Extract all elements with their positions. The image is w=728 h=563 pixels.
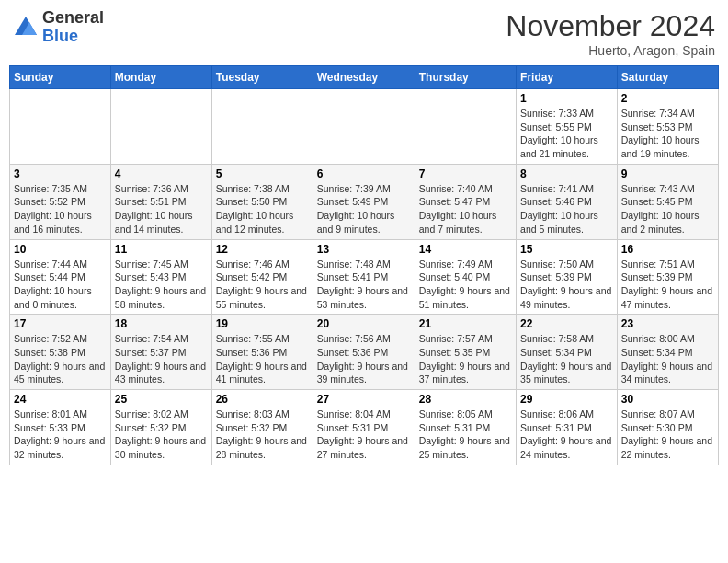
calendar-cell: 19Sunrise: 7:55 AMSunset: 5:36 PMDayligh… xyxy=(211,315,313,390)
day-info: Sunrise: 8:05 AMSunset: 5:31 PMDaylight:… xyxy=(419,408,512,462)
calendar-cell: 30Sunrise: 8:07 AMSunset: 5:30 PMDayligh… xyxy=(617,390,718,465)
day-header-friday: Friday xyxy=(517,66,618,89)
day-info: Sunrise: 7:48 AMSunset: 5:41 PMDaylight:… xyxy=(317,258,411,312)
day-info: Sunrise: 8:03 AMSunset: 5:32 PMDaylight:… xyxy=(216,408,309,462)
day-number: 22 xyxy=(520,317,613,330)
calendar-cell: 20Sunrise: 7:56 AMSunset: 5:36 PMDayligh… xyxy=(313,315,415,390)
calendar-cell: 26Sunrise: 8:03 AMSunset: 5:32 PMDayligh… xyxy=(211,390,313,465)
day-info: Sunrise: 8:04 AMSunset: 5:31 PMDaylight:… xyxy=(317,408,411,462)
day-info: Sunrise: 7:52 AMSunset: 5:38 PMDaylight:… xyxy=(14,332,107,386)
day-info: Sunrise: 8:07 AMSunset: 5:30 PMDaylight:… xyxy=(621,408,714,462)
day-number: 4 xyxy=(115,167,208,180)
calendar-cell: 4Sunrise: 7:36 AMSunset: 5:51 PMDaylight… xyxy=(110,164,211,239)
logo-blue: Blue xyxy=(42,28,104,46)
calendar-cell: 10Sunrise: 7:44 AMSunset: 5:44 PMDayligh… xyxy=(10,239,111,315)
day-info: Sunrise: 7:39 AMSunset: 5:49 PMDaylight:… xyxy=(317,182,411,236)
calendar-cell: 13Sunrise: 7:48 AMSunset: 5:41 PMDayligh… xyxy=(313,239,415,315)
calendar-cell: 9Sunrise: 7:43 AMSunset: 5:45 PMDaylight… xyxy=(617,164,718,239)
calendar-cell xyxy=(211,89,313,165)
day-number: 17 xyxy=(14,317,107,330)
day-info: Sunrise: 7:35 AMSunset: 5:52 PMDaylight:… xyxy=(14,182,107,236)
logo-icon xyxy=(13,15,39,40)
calendar-cell: 14Sunrise: 7:49 AMSunset: 5:40 PMDayligh… xyxy=(415,239,516,315)
day-number: 9 xyxy=(621,167,714,180)
day-number: 2 xyxy=(621,92,714,105)
week-row-3: 17Sunrise: 7:52 AMSunset: 5:38 PMDayligh… xyxy=(10,315,719,390)
week-row-1: 3Sunrise: 7:35 AMSunset: 5:52 PMDaylight… xyxy=(10,164,719,239)
calendar-header: SundayMondayTuesdayWednesdayThursdayFrid… xyxy=(10,66,719,89)
week-row-2: 10Sunrise: 7:44 AMSunset: 5:44 PMDayligh… xyxy=(10,239,719,315)
day-header-tuesday: Tuesday xyxy=(211,66,313,89)
day-number: 3 xyxy=(14,167,107,180)
day-number: 20 xyxy=(317,317,411,330)
calendar-cell: 8Sunrise: 7:41 AMSunset: 5:46 PMDaylight… xyxy=(517,164,618,239)
day-number: 26 xyxy=(216,393,309,406)
day-number: 28 xyxy=(419,393,512,406)
day-number: 15 xyxy=(520,243,613,256)
day-number: 8 xyxy=(520,167,613,180)
page-header: General Blue November 2024 Huerto, Arago… xyxy=(9,9,719,58)
calendar-cell: 5Sunrise: 7:38 AMSunset: 5:50 PMDaylight… xyxy=(211,164,313,239)
location-subtitle: Huerto, Aragon, Spain xyxy=(506,43,715,58)
day-number: 5 xyxy=(216,167,309,180)
day-number: 13 xyxy=(317,243,411,256)
logo-text: General Blue xyxy=(42,9,104,46)
day-info: Sunrise: 7:34 AMSunset: 5:53 PMDaylight:… xyxy=(621,107,714,161)
day-number: 16 xyxy=(621,243,714,256)
logo: General Blue xyxy=(13,9,104,46)
day-number: 25 xyxy=(115,393,208,406)
day-number: 1 xyxy=(520,92,613,105)
day-info: Sunrise: 7:50 AMSunset: 5:39 PMDaylight:… xyxy=(520,258,613,312)
day-number: 23 xyxy=(621,317,714,330)
day-info: Sunrise: 7:44 AMSunset: 5:44 PMDaylight:… xyxy=(14,258,107,312)
day-info: Sunrise: 7:36 AMSunset: 5:51 PMDaylight:… xyxy=(115,182,208,236)
calendar-cell xyxy=(110,89,211,165)
calendar-table: SundayMondayTuesdayWednesdayThursdayFrid… xyxy=(9,65,719,465)
day-info: Sunrise: 7:56 AMSunset: 5:36 PMDaylight:… xyxy=(317,332,411,386)
day-number: 27 xyxy=(317,393,411,406)
day-number: 6 xyxy=(317,167,411,180)
calendar-cell: 18Sunrise: 7:54 AMSunset: 5:37 PMDayligh… xyxy=(110,315,211,390)
calendar-body: 1Sunrise: 7:33 AMSunset: 5:55 PMDaylight… xyxy=(10,89,719,465)
calendar-cell: 25Sunrise: 8:02 AMSunset: 5:32 PMDayligh… xyxy=(110,390,211,465)
header-row: SundayMondayTuesdayWednesdayThursdayFrid… xyxy=(10,66,719,89)
day-info: Sunrise: 7:51 AMSunset: 5:39 PMDaylight:… xyxy=(621,258,714,312)
day-info: Sunrise: 8:01 AMSunset: 5:33 PMDaylight:… xyxy=(14,408,107,462)
day-header-thursday: Thursday xyxy=(415,66,516,89)
day-info: Sunrise: 7:46 AMSunset: 5:42 PMDaylight:… xyxy=(216,258,309,312)
day-number: 30 xyxy=(621,393,714,406)
day-info: Sunrise: 7:58 AMSunset: 5:34 PMDaylight:… xyxy=(520,332,613,386)
calendar-cell: 3Sunrise: 7:35 AMSunset: 5:52 PMDaylight… xyxy=(10,164,111,239)
day-number: 24 xyxy=(14,393,107,406)
calendar-cell: 16Sunrise: 7:51 AMSunset: 5:39 PMDayligh… xyxy=(617,239,718,315)
calendar-cell: 15Sunrise: 7:50 AMSunset: 5:39 PMDayligh… xyxy=(517,239,618,315)
calendar-cell: 17Sunrise: 7:52 AMSunset: 5:38 PMDayligh… xyxy=(10,315,111,390)
day-header-monday: Monday xyxy=(110,66,211,89)
title-block: November 2024 Huerto, Aragon, Spain xyxy=(506,9,715,58)
calendar-cell: 7Sunrise: 7:40 AMSunset: 5:47 PMDaylight… xyxy=(415,164,516,239)
day-info: Sunrise: 7:43 AMSunset: 5:45 PMDaylight:… xyxy=(621,182,714,236)
day-number: 18 xyxy=(115,317,208,330)
week-row-0: 1Sunrise: 7:33 AMSunset: 5:55 PMDaylight… xyxy=(10,89,719,165)
day-info: Sunrise: 7:54 AMSunset: 5:37 PMDaylight:… xyxy=(115,332,208,386)
calendar-cell: 1Sunrise: 7:33 AMSunset: 5:55 PMDaylight… xyxy=(517,89,618,165)
calendar-cell: 12Sunrise: 7:46 AMSunset: 5:42 PMDayligh… xyxy=(211,239,313,315)
day-info: Sunrise: 8:02 AMSunset: 5:32 PMDaylight:… xyxy=(115,408,208,462)
day-info: Sunrise: 8:06 AMSunset: 5:31 PMDaylight:… xyxy=(520,408,613,462)
day-number: 7 xyxy=(419,167,512,180)
day-header-wednesday: Wednesday xyxy=(313,66,415,89)
day-info: Sunrise: 7:41 AMSunset: 5:46 PMDaylight:… xyxy=(520,182,613,236)
day-info: Sunrise: 7:57 AMSunset: 5:35 PMDaylight:… xyxy=(419,332,512,386)
calendar-cell: 29Sunrise: 8:06 AMSunset: 5:31 PMDayligh… xyxy=(517,390,618,465)
calendar-cell: 6Sunrise: 7:39 AMSunset: 5:49 PMDaylight… xyxy=(313,164,415,239)
day-info: Sunrise: 7:40 AMSunset: 5:47 PMDaylight:… xyxy=(419,182,512,236)
day-info: Sunrise: 7:38 AMSunset: 5:50 PMDaylight:… xyxy=(216,182,309,236)
day-number: 29 xyxy=(520,393,613,406)
calendar-cell: 22Sunrise: 7:58 AMSunset: 5:34 PMDayligh… xyxy=(517,315,618,390)
day-number: 10 xyxy=(14,243,107,256)
day-info: Sunrise: 7:45 AMSunset: 5:43 PMDaylight:… xyxy=(115,258,208,312)
calendar-cell xyxy=(10,89,111,165)
calendar-cell: 2Sunrise: 7:34 AMSunset: 5:53 PMDaylight… xyxy=(617,89,718,165)
month-title: November 2024 xyxy=(506,9,715,43)
logo-general: General xyxy=(42,9,104,28)
